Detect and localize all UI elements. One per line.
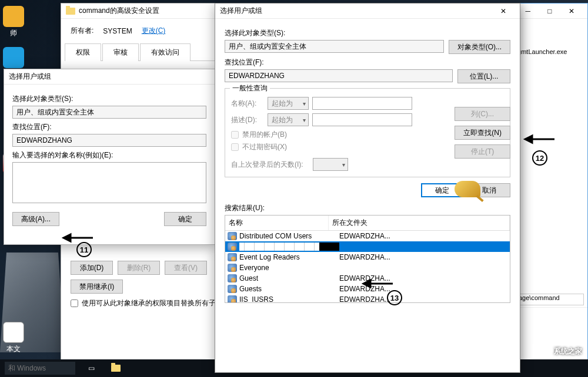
close-button[interactable]: ✕	[561, 4, 583, 19]
explorer-titlebar[interactable]: ─ □ ✕	[512, 4, 587, 19]
select-user-advanced-dialog: 选择用户或组 ✕ 选择此对象类型(S): 对象类型(O)... 查找位置(F):…	[215, 3, 520, 373]
common-queries-tab[interactable]: 一般性查询	[230, 83, 270, 93]
tab-permissions[interactable]: 权限	[65, 43, 101, 61]
col-name[interactable]: 名称	[225, 216, 329, 230]
owner-value: SYSTEM	[103, 27, 132, 35]
object-type-label: 选择此对象类型(S):	[225, 28, 510, 38]
address-bar[interactable]: age\command	[516, 294, 584, 305]
location-label: 查找位置(F):	[225, 58, 510, 68]
annotation-arrow-12	[525, 133, 554, 147]
col-folder[interactable]: 所在文件夹	[329, 216, 510, 230]
location-field	[12, 134, 206, 147]
group-icon	[228, 232, 237, 240]
replace-child-label: 使用可从此对象继承的权限项目替换所有子对象	[82, 298, 230, 308]
results-label: 搜索结果(U):	[225, 203, 510, 213]
annotation-11: 11	[76, 242, 92, 257]
object-type-label: 选择此对象类型(S):	[12, 94, 206, 104]
disable-inheritance-button[interactable]: 禁用继承(I)	[71, 280, 123, 294]
watermark: 系统之家	[533, 344, 582, 358]
location-field	[225, 69, 453, 82]
explorer-icon[interactable]	[107, 361, 125, 376]
taskbar-search[interactable]	[5, 362, 75, 375]
result-name: Everyone	[239, 264, 339, 272]
result-name: Guest	[239, 274, 339, 282]
select-user-titlebar[interactable]: 选择用户或组	[4, 69, 215, 85]
tab-effective-access[interactable]: 有效访问	[140, 43, 191, 61]
annotation-13: 13	[387, 290, 402, 305]
result-row[interactable]: Event Log ReadersEDWARDZHA...	[225, 252, 510, 262]
object-type-field	[12, 106, 206, 119]
dialog-title: 选择用户或组	[220, 6, 492, 16]
result-row[interactable]: Everyone	[225, 262, 510, 273]
owner-label: 所有者:	[71, 26, 93, 36]
search-icon	[455, 181, 480, 197]
columns-button[interactable]: 列(C)...	[455, 107, 510, 121]
name-entry-label: 输入要选择的对象名称(例如)(E):	[12, 150, 206, 160]
view-button[interactable]: 查看(V)	[165, 261, 207, 275]
desktop-icon[interactable]: 师	[1, 6, 26, 38]
result-folder: EDWARDZHA...	[339, 295, 390, 303]
result-name: Distributed COM Users	[239, 232, 339, 240]
group-icon	[228, 285, 237, 293]
adv-titlebar[interactable]: 选择用户或组 ✕	[215, 4, 520, 19]
name-filter-label: 名称(A):	[231, 99, 264, 109]
file-item[interactable]: IgmtLauncher.exe	[512, 19, 587, 85]
select-user-dialog: 选择用户或组 选择此对象类型(S): 查找位置(F): 输入要选择的对象名称(例…	[4, 69, 215, 245]
group-icon	[228, 243, 237, 251]
object-types-button[interactable]: 对象类型(O)...	[449, 40, 510, 54]
result-row[interactable]: ████████████████	[225, 241, 510, 252]
name-filter-input[interactable]	[312, 97, 412, 110]
days-since-login-select[interactable]	[313, 158, 348, 171]
result-folder: EDWARDZHA...	[339, 232, 390, 240]
nonexpiring-password-checkbox	[231, 143, 239, 151]
change-owner-link[interactable]: 更改(C)	[142, 26, 166, 36]
add-button[interactable]: 添加(D)	[71, 261, 113, 275]
group-icon	[228, 295, 237, 303]
folder-icon	[66, 8, 75, 15]
result-folder: EDWARDZHA...	[339, 253, 390, 261]
replace-child-checkbox[interactable]	[71, 299, 78, 307]
dialog-title: 选择用户或组	[9, 72, 210, 82]
ok-button[interactable]: 确定	[164, 212, 206, 226]
advanced-button[interactable]: 高级(A)...	[12, 212, 59, 226]
explorer-window: ─ □ ✕ IgmtLauncher.exe age\command	[512, 3, 588, 367]
desc-filter-label: 描述(D):	[231, 115, 264, 125]
close-button[interactable]: ✕	[492, 4, 515, 19]
desktop-icon[interactable]	[1, 47, 26, 69]
result-row[interactable]: Distributed COM UsersEDWARDZHA...	[225, 231, 510, 241]
location-label: 查找位置(F):	[12, 122, 206, 132]
result-name: Event Log Readers	[239, 253, 339, 261]
desc-filter-input[interactable]	[312, 113, 412, 126]
tab-auditing[interactable]: 审核	[102, 43, 139, 61]
group-icon	[228, 274, 237, 282]
remove-button[interactable]: 删除(R)	[118, 261, 160, 275]
object-name-textarea[interactable]	[12, 162, 206, 203]
annotation-arrow-13	[363, 278, 393, 291]
result-name: ████████████████	[239, 243, 339, 251]
group-icon	[228, 264, 237, 272]
days-since-login-label: 自上次登录后的天数(I):	[231, 160, 303, 170]
task-view-icon[interactable]: ▭	[82, 361, 100, 376]
result-row[interactable]: IIS_IUSRSEDWARDZHA...	[225, 294, 510, 303]
name-filter-mode[interactable]: 起始为	[268, 97, 309, 110]
desc-filter-mode[interactable]: 起始为	[268, 113, 309, 126]
result-name: IIS_IUSRS	[239, 295, 339, 303]
object-type-field	[225, 40, 444, 53]
maximize-button[interactable]: □	[539, 4, 560, 19]
watermark-logo-icon	[533, 344, 550, 358]
stop-button[interactable]: 停止(T)	[455, 144, 510, 159]
find-now-button[interactable]: 立即查找(N)	[455, 126, 510, 140]
results-header[interactable]: 名称 所在文件夹	[225, 216, 510, 231]
locations-button[interactable]: 位置(L)...	[457, 69, 510, 83]
disabled-accounts-checkbox	[231, 131, 239, 139]
group-icon	[228, 253, 237, 261]
desktop-icon[interactable]: 本文	[1, 322, 26, 354]
result-name: Guests	[239, 285, 339, 293]
annotation-12: 12	[532, 150, 547, 166]
